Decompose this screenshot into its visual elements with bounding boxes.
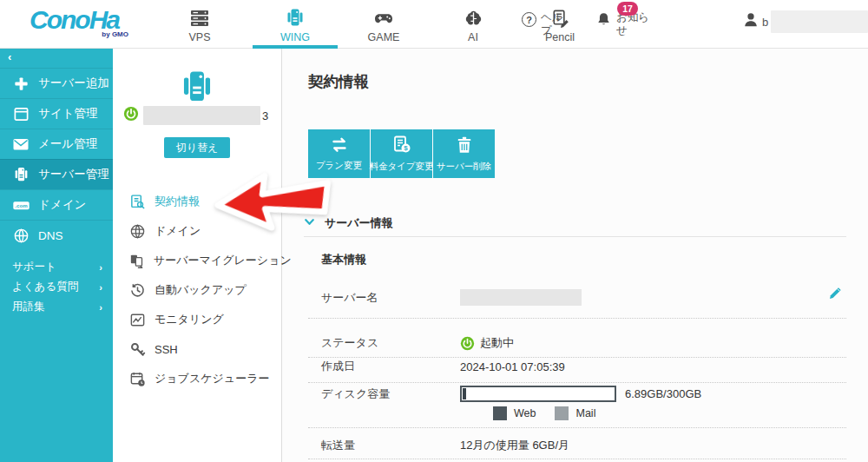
server-illustration-icon (176, 68, 218, 111)
sidebar-item-domain[interactable]: .com ドメイン (0, 189, 113, 220)
switch-server-button[interactable]: 切り替え (164, 137, 230, 158)
plan-change-button[interactable]: プラン変更 (308, 129, 370, 178)
menu-item-server-migration[interactable]: サーバーマイグレーション (113, 246, 282, 275)
sidebar-item-label: ドメイン (38, 197, 86, 213)
edit-pencil-icon[interactable] (827, 285, 844, 305)
sidebar-item-mail-mgmt[interactable]: メール管理 (0, 129, 113, 159)
disk-legend: Web Mail (493, 406, 595, 420)
monitoring-chart-icon (128, 312, 146, 328)
chevron-down-icon (304, 215, 315, 231)
sidebar-item-faq[interactable]: よくある質問 › (0, 277, 113, 297)
nav-game[interactable]: GAME (349, 6, 418, 43)
server-info-section-toggle[interactable]: サーバー情報 (304, 215, 393, 231)
transfer-row: 転送量 12月の使用量 6GB/月 (321, 438, 569, 453)
sidebar-item-label: メール管理 (38, 136, 97, 152)
browser-window-icon (10, 106, 31, 122)
row-divider (308, 318, 846, 319)
row-divider (308, 382, 846, 383)
sidebar: ‹ サーバー追加 サイト管理 メール管理 サーバー管理 (0, 49, 113, 462)
disk-usage-bar (460, 386, 616, 402)
question-circle-icon: ? (522, 12, 536, 27)
plus-icon (10, 76, 31, 92)
row-divider (308, 357, 846, 358)
envelope-icon (10, 135, 31, 153)
user-menu[interactable]: b (742, 10, 868, 33)
disk-capacity-row: ディスク容量 6.89GB/300GB (321, 386, 701, 402)
logo-text: ConoHa (30, 7, 134, 33)
power-status-icon (460, 336, 475, 351)
svg-text:$: $ (404, 144, 408, 152)
server-name-value-redacted (460, 289, 582, 306)
menu-item-contract-info[interactable]: 契約情報 (113, 187, 282, 216)
sidebar-collapse-button[interactable]: ‹ (0, 49, 113, 68)
server-delete-button[interactable]: サーバー削除 (433, 129, 495, 178)
menu-item-domain[interactable]: ドメイン (113, 216, 282, 246)
sidebar-item-site-mgmt[interactable]: サイト管理 (0, 98, 113, 129)
wing-server-icon (260, 6, 330, 30)
menu-item-auto-backup[interactable]: 自動バックアップ (113, 275, 282, 305)
globe-icon (10, 228, 31, 244)
trash-icon (455, 135, 474, 157)
svg-text:.com: .com (15, 201, 28, 208)
web-legend-swatch (493, 406, 507, 420)
brain-icon (438, 6, 508, 30)
page-title: 契約情報 (308, 71, 369, 92)
billing-type-change-button[interactable]: $ 料金タイプ変更 (371, 129, 432, 178)
server-panel-menu: 契約情報 ドメイン サーバーマイグレーション 自動バックアップ (113, 187, 282, 393)
server-rack-icon (165, 6, 234, 30)
sidebar-item-glossary[interactable]: 用語集 › (0, 297, 113, 317)
section-divider (304, 236, 846, 237)
nav-help-label: ヘルプ (541, 11, 569, 37)
web-legend-label: Web (514, 407, 536, 419)
row-label: ディスク容量 (321, 386, 460, 402)
action-buttons: プラン変更 $ 料金タイプ変更 サーバー削除 (308, 129, 495, 178)
sidebar-item-support[interactable]: サポート › (0, 257, 113, 277)
billing-document-icon: $ (391, 135, 412, 157)
chevron-left-icon: ‹ (8, 50, 11, 63)
nav-ai-label: AI (438, 31, 508, 43)
www-globe-icon (128, 223, 146, 240)
row-label: 作成日 (321, 359, 460, 374)
person-icon (742, 11, 760, 32)
nav-help[interactable]: ? ヘルプ (522, 11, 575, 37)
nav-vps[interactable]: VPS (165, 6, 234, 43)
conoha-control-panel: ConoHa by GMO VPS WING GAME AI (0, 0, 868, 462)
transfer-value: 12月の使用量 6GB/月 (460, 438, 569, 453)
nav-game-label: GAME (349, 31, 418, 43)
conoha-logo[interactable]: ConoHa by GMO (30, 7, 134, 38)
sidebar-item-label: サーバー管理 (38, 167, 109, 182)
job-scheduler-icon (128, 371, 146, 387)
menu-item-monitoring[interactable]: モニタリング (113, 305, 282, 334)
chevron-right-icon: › (99, 302, 102, 313)
notice-count-badge: 17 (617, 2, 638, 16)
server-name-row: 3 (123, 106, 268, 125)
key-icon (128, 341, 146, 358)
disk-bar-fill (463, 388, 466, 399)
app-header: ConoHa by GMO VPS WING GAME AI (0, 0, 868, 49)
server-icon (10, 166, 31, 184)
power-status-icon (123, 106, 139, 125)
sidebar-item-server-mgmt[interactable]: サーバー管理 (0, 159, 113, 189)
nav-wing-label: WING (260, 31, 330, 43)
contract-search-icon (128, 194, 146, 210)
nav-wing[interactable]: WING (260, 6, 330, 43)
swap-arrows-icon (329, 136, 350, 156)
mail-legend-swatch (555, 406, 569, 420)
sidebar-item-label: DNS (38, 229, 63, 242)
status-row: ステータス 起動中 (321, 335, 514, 351)
sidebar-item-server-add[interactable]: サーバー追加 (0, 68, 113, 98)
sidebar-item-dns[interactable]: DNS (0, 220, 113, 250)
menu-item-job-scheduler[interactable]: ジョブスケジューラー (113, 364, 282, 393)
created-date-value: 2024-10-01 07:05:39 (460, 360, 565, 373)
sidebar-item-label: サーバー追加 (38, 76, 109, 91)
wing-active-indicator (253, 45, 338, 49)
server-migration-icon (128, 253, 145, 269)
nav-ai[interactable]: AI (438, 6, 508, 43)
menu-item-ssh[interactable]: SSH (113, 334, 282, 364)
subsection-title: 基本情報 (321, 252, 366, 267)
chevron-right-icon: › (99, 262, 102, 273)
server-name-suffix: 3 (262, 109, 268, 122)
disk-usage-value: 6.89GB/300GB (625, 387, 701, 400)
status-value: 起動中 (480, 335, 514, 351)
server-panel: 3 切り替え 契約情報 ドメイン サーバーマイグレーション (113, 49, 282, 462)
